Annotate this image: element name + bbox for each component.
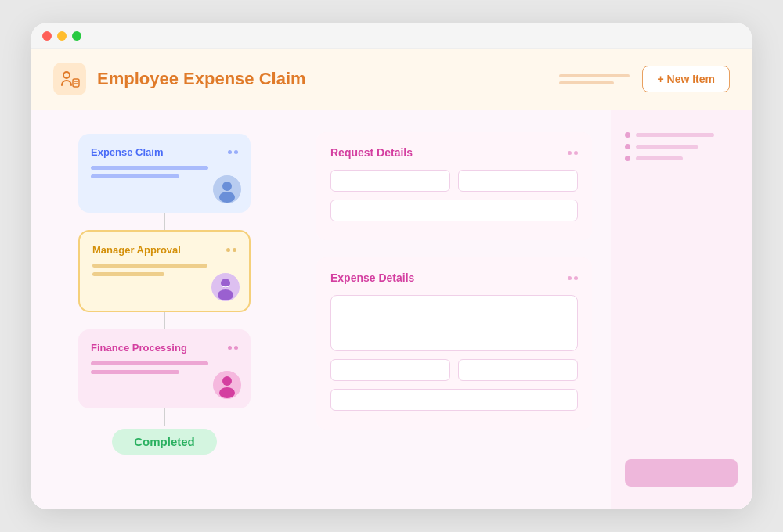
maximize-dot[interactable]: [72, 31, 81, 41]
request-details-section: Request Details: [316, 132, 592, 240]
sidebar-line-3: [636, 156, 683, 160]
avatar-expense: [213, 175, 241, 203]
dot2: [574, 276, 578, 280]
card-expense-title: Expense Claim: [91, 146, 164, 158]
connector-3: [164, 408, 165, 426]
app-header: Employee Expense Claim + New Item: [31, 49, 752, 110]
connector-1: [164, 213, 165, 230]
header-decoration: [559, 74, 630, 84]
card-manager-lines: [92, 264, 236, 276]
main-content: Expense Claim: [31, 110, 752, 509]
request-row-1: [330, 170, 578, 192]
line1: [92, 264, 207, 268]
connector-2: [164, 312, 165, 329]
card-finance-lines: [91, 361, 238, 374]
dot1: [228, 346, 232, 350]
expense-input-2[interactable]: [458, 359, 578, 381]
request-details-header: Request Details: [330, 146, 578, 159]
header-line-2: [559, 81, 614, 84]
close-dot[interactable]: [42, 31, 52, 41]
sidebar-line-1: [636, 133, 714, 137]
line2: [91, 370, 179, 374]
expense-input-3[interactable]: [330, 389, 578, 411]
sidebar-item-2: [625, 144, 738, 149]
sidebar-bullet-2: [625, 144, 630, 149]
expense-details-header: Expense Details: [330, 271, 578, 284]
card-manager-dots: [226, 248, 236, 252]
card-finance-dots: [228, 346, 238, 350]
form-column: Request Details Expense: [298, 110, 611, 509]
sidebar-column: [611, 110, 752, 509]
svg-point-4: [219, 192, 235, 203]
app-icon: [53, 63, 86, 95]
expense-details-section: Expense Details: [316, 257, 592, 430]
card-expense-dots: [228, 150, 238, 154]
expense-input-1[interactable]: [330, 359, 450, 381]
dot1: [226, 248, 230, 252]
dot1: [568, 276, 572, 280]
header-right: + New Item: [559, 66, 730, 92]
dot1: [228, 150, 232, 154]
header-left: Employee Expense Claim: [53, 63, 306, 95]
svg-point-0: [63, 72, 70, 78]
svg-point-7: [218, 289, 233, 300]
request-input-2[interactable]: [458, 170, 578, 192]
svg-point-10: [219, 387, 235, 398]
svg-point-9: [222, 376, 232, 386]
line2: [92, 272, 164, 276]
sidebar-item-3: [625, 156, 738, 161]
request-input-3[interactable]: [330, 200, 578, 221]
completed-badge: Completed: [112, 429, 217, 455]
workflow-card-expense[interactable]: Expense Claim: [78, 134, 251, 213]
dot2: [234, 346, 238, 350]
avatar-finance: [213, 371, 241, 399]
dot2: [574, 151, 578, 155]
sidebar-item-1: [625, 132, 738, 138]
app-body: Employee Expense Claim + New Item Expens…: [31, 49, 752, 509]
line2: [91, 174, 179, 178]
app-window: Employee Expense Claim + New Item Expens…: [31, 23, 752, 509]
sidebar-bullet-3: [625, 156, 630, 161]
title-bar: [31, 23, 752, 49]
new-item-button[interactable]: + New Item: [642, 66, 730, 92]
section-dots-2: [568, 276, 578, 280]
avatar-manager: [211, 273, 240, 301]
card-finance-title: Finance Processing: [91, 342, 187, 354]
card-finance-header: Finance Processing: [91, 342, 238, 354]
svg-rect-1: [73, 79, 79, 87]
line1: [91, 361, 208, 365]
dot1: [568, 151, 572, 155]
sidebar-bullet-1: [625, 132, 630, 138]
card-expense-header: Expense Claim: [91, 146, 238, 158]
header-line-1: [559, 74, 630, 77]
dot2: [233, 248, 236, 252]
workflow-card-manager[interactable]: Manager Approval: [78, 230, 251, 312]
sidebar-action-button[interactable]: [625, 459, 738, 487]
line1: [91, 166, 208, 170]
minimize-dot[interactable]: [57, 31, 67, 41]
section-dots-1: [568, 151, 578, 155]
request-input-1[interactable]: [330, 170, 450, 192]
workflow-column: Expense Claim: [31, 110, 298, 509]
card-manager-header: Manager Approval: [92, 244, 236, 256]
expense-row-1: [330, 359, 578, 381]
sidebar-line-2: [636, 145, 698, 149]
card-manager-title: Manager Approval: [92, 244, 181, 256]
expense-details-title: Expense Details: [330, 271, 414, 284]
expense-textarea[interactable]: [330, 295, 578, 351]
page-title: Employee Expense Claim: [97, 69, 306, 89]
card-expense-lines: [91, 166, 238, 178]
sidebar-items: [625, 132, 738, 161]
svg-point-3: [222, 182, 232, 191]
dot2: [234, 150, 238, 154]
workflow-card-finance[interactable]: Finance Processing: [78, 329, 251, 408]
request-details-title: Request Details: [330, 146, 413, 159]
